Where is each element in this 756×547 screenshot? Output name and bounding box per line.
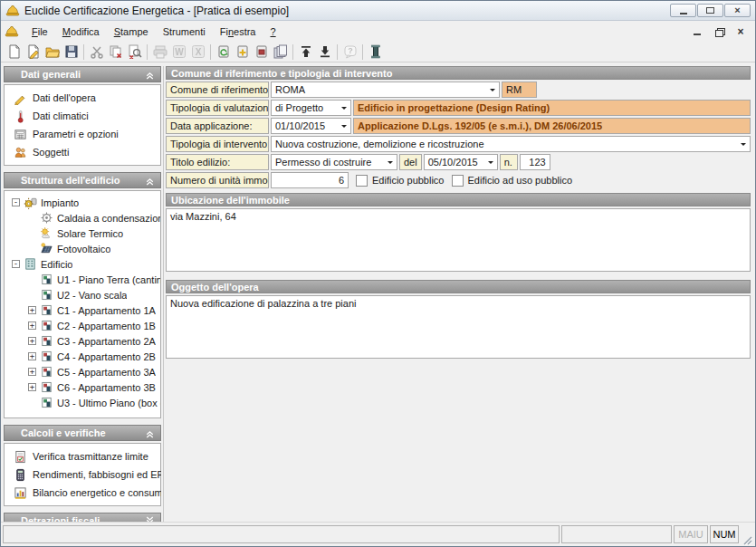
tree-node[interactable]: +C6 - Appartamento 3B	[5, 379, 160, 395]
tree-node[interactable]: +C1 - Appartamento 1A	[5, 302, 160, 318]
titolo-data-combobox[interactable]: 05/10/2015	[424, 154, 498, 170]
tree-node[interactable]: -Impianto	[5, 195, 160, 210]
cut-button[interactable]	[87, 43, 106, 62]
maximize-button[interactable]	[697, 4, 723, 17]
expand-icon[interactable]: +	[28, 383, 36, 391]
section-header-calcoli-verifiche[interactable]: Calcoli e verifiche	[4, 425, 161, 441]
toolbar-separator	[147, 44, 148, 60]
tree-node[interactable]: +Caldaia a condensazione	[5, 210, 160, 226]
expand-icon[interactable]: +	[28, 321, 36, 330]
collapse-icon[interactable]: -	[12, 260, 20, 268]
data-applicazione-combobox[interactable]: 01/10/2015	[271, 118, 351, 134]
menu-help[interactable]: ?	[263, 24, 282, 40]
checkbox-icon[interactable]	[356, 175, 368, 187]
mdi-minimize-button[interactable]	[690, 25, 704, 38]
comune-label: Comune di riferimento:	[166, 82, 269, 98]
chart-icon	[14, 486, 27, 500]
expand-icon[interactable]: +	[28, 352, 36, 360]
import-data-button[interactable]	[214, 43, 233, 62]
collapse-icon[interactable]: -	[12, 198, 20, 206]
sidebar-item-soggetti[interactable]: Soggetti	[6, 143, 158, 161]
mdi-restore-button[interactable]	[712, 25, 726, 38]
tree-node[interactable]: +C5 - Appartamento 3A	[5, 364, 160, 379]
chevron-up-icon[interactable]	[144, 175, 156, 187]
numero-unita-input[interactable]: 6	[271, 172, 349, 188]
titolo-edilizio-combobox[interactable]: Permesso di costruire	[271, 154, 397, 170]
sidebar-item-parametri-opzioni[interactable]: Parametri e opzioni	[6, 125, 158, 143]
section-header-struttura-edificio[interactable]: Struttura dell'edificio	[4, 172, 161, 188]
tree-node[interactable]: -Edificio	[5, 256, 160, 272]
title-bar: Euclide Certificazione Energetica - [Pra…	[1, 1, 755, 21]
tree-node[interactable]: +Solare Termico	[5, 226, 160, 241]
sidebar-item-rendimenti-fabbisogni[interactable]: Rendimenti, fabbisogni ed EP	[6, 465, 158, 484]
ubicazione-textarea[interactable]: via Mazzini, 64	[166, 208, 751, 272]
expand-icon[interactable]: +	[28, 337, 36, 345]
chevron-down-icon[interactable]	[741, 143, 746, 149]
sidebar-item-dati-opera[interactable]: Dati dell'opera	[6, 89, 158, 107]
chevron-down-icon[interactable]	[488, 161, 493, 167]
open-template-button[interactable]	[24, 43, 43, 62]
export-pdf-button[interactable]	[252, 43, 271, 62]
open-folder-button[interactable]	[43, 43, 62, 62]
data-applicazione-label: Data applicazione:	[166, 118, 269, 134]
window-controls: ×	[670, 4, 751, 17]
sidebar-item-verifica-trasmittanze[interactable]: Verifica trasmittanze limite	[6, 447, 158, 465]
toolbar-separator	[210, 44, 211, 60]
tipologia-valutazione-combobox[interactable]: di Progetto	[271, 100, 351, 116]
tree-node-label: Solare Termico	[57, 228, 123, 239]
archives-button[interactable]	[271, 43, 290, 62]
menu-stampe[interactable]: Stampe	[107, 24, 156, 40]
comune-combobox[interactable]: ROMA	[271, 82, 500, 98]
exit-button[interactable]	[366, 43, 385, 62]
titolo-numero-input[interactable]: 123	[520, 154, 550, 170]
edificio-uso-pubblico-checkbox[interactable]: Edificio ad uso pubblico	[452, 172, 573, 188]
mdi-close-button[interactable]: ×	[733, 25, 748, 38]
save-button[interactable]	[62, 43, 81, 62]
add-archive-button[interactable]	[233, 43, 252, 62]
chevron-down-icon[interactable]	[490, 89, 495, 94]
menu-modifica[interactable]: Modifica	[55, 24, 107, 40]
tree-node[interactable]: +C3 - Appartamento 2A	[5, 333, 160, 349]
copy-practice-button[interactable]	[106, 43, 125, 62]
resize-grip[interactable]	[741, 533, 753, 546]
arrow-down-bar-icon	[318, 44, 332, 59]
chevron-up-icon[interactable]	[144, 69, 156, 81]
move-up-button[interactable]	[296, 43, 315, 62]
chevron-down-icon[interactable]	[144, 515, 156, 523]
chevron-up-icon[interactable]	[144, 427, 156, 439]
close-button[interactable]: ×	[724, 4, 751, 17]
move-down-button[interactable]	[315, 43, 334, 62]
tipologia-intervento-combobox[interactable]: Nuova costruzione, demolizione e ricostr…	[271, 136, 751, 152]
expand-icon[interactable]: +	[28, 368, 36, 376]
titolo-edilizio-value: Permesso di costruire	[275, 157, 371, 168]
tree-node[interactable]: +U3 - Ultimo Piano (box e ripo	[5, 395, 160, 410]
edificio-pubblico-checkbox[interactable]: Edificio pubblico	[356, 172, 445, 188]
expand-icon[interactable]: +	[28, 306, 36, 314]
unit-green-icon	[40, 288, 53, 302]
section-header-detrazioni-fiscali[interactable]: Detrazioni fiscali	[4, 513, 161, 522]
tree-node[interactable]: +U1 - Piano Terra (cantine e	[5, 272, 160, 287]
section-header-dati-generali[interactable]: Dati generali	[4, 66, 161, 82]
tree-node[interactable]: +C2 - Appartamento 1B	[5, 318, 160, 333]
menu-file[interactable]: File	[24, 24, 55, 40]
tree-node[interactable]: +U2 - Vano scala	[5, 287, 160, 302]
chevron-down-icon[interactable]	[388, 161, 393, 167]
search-practice-button[interactable]	[125, 43, 144, 62]
sidebar-item-dati-climatici[interactable]: Dati climatici	[6, 107, 158, 125]
pencil-icon	[14, 91, 27, 105]
minimize-button[interactable]	[670, 4, 696, 17]
chevron-down-icon[interactable]	[341, 107, 347, 112]
oggetto-textarea[interactable]: Nuova edificazione di palazzina a tre pi…	[166, 295, 751, 359]
section-title: Detrazioni fiscali	[21, 515, 100, 522]
tipologia-intervento-value: Nuova costruzione, demolizione e ricostr…	[275, 139, 484, 149]
sidebar-item-label: Verifica trasmittanze limite	[33, 451, 148, 462]
tree-node[interactable]: +Fotovoltaico	[5, 241, 160, 256]
menu-finestra[interactable]: Finestra	[213, 24, 263, 40]
checkbox-icon[interactable]	[452, 175, 464, 187]
letter-w-icon	[172, 44, 187, 59]
tree-node[interactable]: +C4 - Appartamento 2B	[5, 349, 160, 364]
sidebar-item-bilancio-energetico[interactable]: Bilancio energetico e consumi	[6, 484, 158, 502]
chevron-down-icon[interactable]	[341, 125, 347, 130]
new-document-button[interactable]	[5, 43, 24, 62]
menu-strumenti[interactable]: Strumenti	[156, 24, 213, 40]
